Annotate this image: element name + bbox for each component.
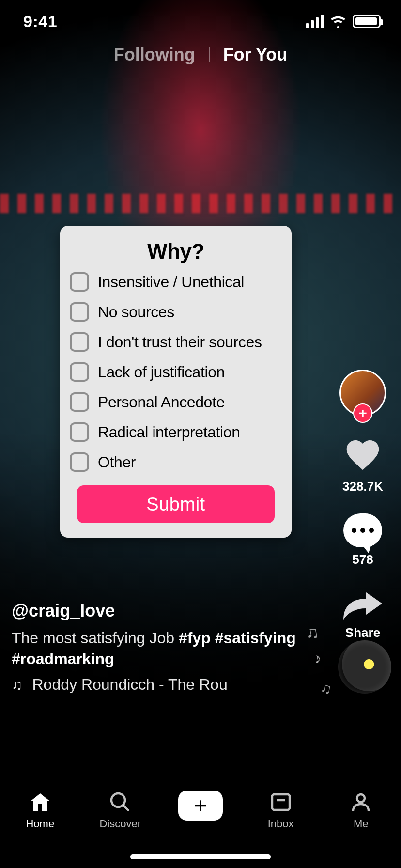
caption-text: The most satisfying Job #fyp #satisfying… xyxy=(12,628,314,669)
home-indicator[interactable] xyxy=(130,854,271,859)
option-lack-justification[interactable]: Lack of justification xyxy=(70,362,282,382)
comment-icon xyxy=(343,513,382,547)
option-label: Personal Ancedote xyxy=(98,393,225,411)
option-label: No sources xyxy=(98,303,174,321)
sound-marquee[interactable]: ♫ Roddy Roundicch - The Rou xyxy=(12,676,304,694)
checkbox[interactable] xyxy=(70,362,89,382)
option-dont-trust-sources[interactable]: I don't trust their sources xyxy=(70,332,282,352)
tab-home[interactable]: Home xyxy=(9,790,72,830)
tab-me-label: Me xyxy=(354,818,369,830)
option-personal-anecdote[interactable]: Personal Ancedote xyxy=(70,392,282,412)
person-icon xyxy=(349,790,372,814)
cellular-icon xyxy=(306,15,324,28)
inbox-icon xyxy=(269,790,293,814)
sound-name: Roddy Roundicch - The Rou xyxy=(32,676,228,694)
option-other[interactable]: Other xyxy=(70,452,282,472)
tab-inbox-label: Inbox xyxy=(268,818,294,830)
plus-icon: + xyxy=(194,794,207,817)
checkbox[interactable] xyxy=(70,422,89,442)
tab-discover-label: Discover xyxy=(100,818,141,830)
status-time: 9:41 xyxy=(23,12,57,31)
create-button[interactable]: + xyxy=(178,790,223,821)
sound-disc[interactable]: ♪ ♫ xyxy=(338,640,391,694)
checkbox[interactable] xyxy=(70,392,89,412)
svg-rect-2 xyxy=(272,794,290,810)
tab-for-you[interactable]: For You xyxy=(223,45,288,65)
share-button[interactable]: Share xyxy=(343,587,382,640)
music-note-icon: ♫ xyxy=(12,677,23,693)
modal-options-list: Insensitive / Unethical No sources I don… xyxy=(69,272,283,472)
like-button[interactable]: 328.7K xyxy=(342,435,383,494)
svg-line-1 xyxy=(123,805,129,811)
tab-following[interactable]: Following xyxy=(114,45,195,65)
feed-tabs: Following For You xyxy=(0,45,401,65)
share-icon xyxy=(343,587,382,620)
svg-point-0 xyxy=(111,793,125,807)
tab-divider xyxy=(209,47,210,62)
tab-inbox[interactable]: Inbox xyxy=(249,790,312,830)
action-rail: + 328.7K 578 Share xyxy=(336,370,389,640)
checkbox[interactable] xyxy=(70,332,89,352)
status-icons xyxy=(306,15,381,28)
checkbox[interactable] xyxy=(70,302,89,322)
follow-plus-icon[interactable]: + xyxy=(353,403,372,423)
share-label: Share xyxy=(345,625,380,640)
caption-plain: The most satisfying Job xyxy=(12,629,179,647)
option-label: Radical interpretation xyxy=(98,423,240,441)
option-label: Insensitive / Unethical xyxy=(98,273,244,291)
search-icon xyxy=(108,790,132,814)
video-caption: @craig_love The most satisfying Job #fyp… xyxy=(12,601,314,669)
tab-home-label: Home xyxy=(26,818,54,830)
tab-create[interactable]: + xyxy=(169,790,232,821)
option-label: Other xyxy=(98,453,136,471)
wifi-icon xyxy=(329,15,347,28)
like-count: 328.7K xyxy=(342,479,383,494)
battery-icon xyxy=(353,15,381,28)
why-modal: Why? Insensitive / Unethical No sources … xyxy=(60,226,292,538)
checkbox[interactable] xyxy=(70,272,89,292)
option-radical-interpretation[interactable]: Radical interpretation xyxy=(70,422,282,442)
option-label: I don't trust their sources xyxy=(98,333,262,351)
tab-me[interactable]: Me xyxy=(329,790,392,830)
tab-discover[interactable]: Discover xyxy=(89,790,152,830)
comment-button[interactable]: 578 xyxy=(343,513,382,567)
home-icon xyxy=(29,790,52,814)
modal-title: Why? xyxy=(69,239,283,264)
heart-icon xyxy=(343,435,382,474)
author-avatar[interactable]: + xyxy=(339,370,386,416)
comment-count: 578 xyxy=(352,552,373,567)
svg-point-4 xyxy=(357,794,365,802)
author-username[interactable]: @craig_love xyxy=(12,601,314,621)
option-label: Lack of justification xyxy=(98,363,225,381)
checkbox[interactable] xyxy=(70,452,89,472)
option-insensitive[interactable]: Insensitive / Unethical xyxy=(70,272,282,292)
status-bar: 9:41 xyxy=(0,0,401,43)
option-no-sources[interactable]: No sources xyxy=(70,302,282,322)
submit-button[interactable]: Submit xyxy=(77,485,275,523)
